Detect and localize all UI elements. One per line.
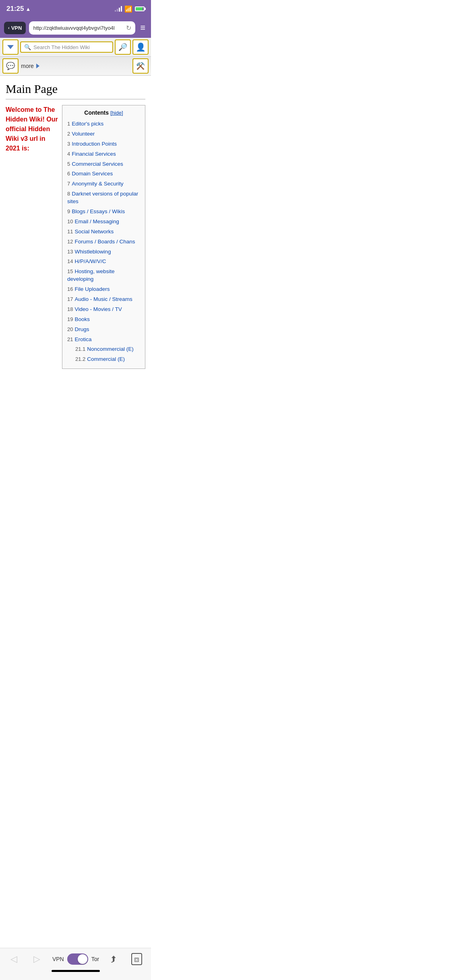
status-icons: 📶 (115, 5, 145, 13)
toc-title: Contents (84, 109, 109, 116)
toc-item: 14H/P/A/W/V/C (67, 257, 140, 267)
toc-link[interactable]: File Uploaders (74, 286, 110, 292)
toc-link[interactable]: Anonymity & Security (72, 181, 123, 187)
toc-item: 8Darknet versions of popular sites (67, 189, 140, 207)
battery-icon (135, 6, 145, 11)
toc-list: 1Editor's picks2Volunteer3Introduction P… (67, 119, 140, 364)
edit-button[interactable]: 💬 (2, 58, 19, 74)
toc-box: Contents [hide] 1Editor's picks2Voluntee… (62, 105, 145, 369)
page-title: Main Page (6, 82, 145, 96)
toc-link[interactable]: Books (74, 316, 90, 322)
toc-item: 5Commercial Services (67, 159, 140, 169)
toc-item: 12Forums / Boards / Chans (67, 237, 140, 247)
toc-link[interactable]: Domain Services (72, 171, 113, 177)
more-link[interactable]: more (21, 63, 39, 69)
chevron-left-icon: ‹ (8, 25, 10, 30)
toc-link[interactable]: Social Networks (74, 229, 114, 235)
toc-link[interactable]: Hosting, website developing (67, 268, 115, 282)
page-content: Main Page Welcome to The Hidden Wiki! Ou… (0, 76, 151, 375)
toc-link[interactable]: Erotica (74, 336, 91, 342)
toc-item: 21.2Commercial (E) (67, 354, 140, 364)
toc-link[interactable]: Darknet versions of popular sites (67, 191, 138, 204)
status-bar: 21:25 ▲ 📶 (0, 0, 151, 18)
search-settings-button[interactable]: 🔎 (115, 39, 131, 55)
search-bar[interactable]: 🔍 Search The Hidden Wiki (20, 41, 113, 53)
reload-icon[interactable]: ↻ (126, 24, 131, 32)
toc-item: 11Social Networks (67, 227, 140, 237)
search-icon: 🔍 (24, 44, 31, 50)
signal-icon (115, 6, 122, 12)
toc-link[interactable]: Video - Movies / TV (74, 306, 122, 312)
toc-link[interactable]: Noncommercial (E) (87, 346, 134, 352)
edit-icon: 💬 (6, 62, 15, 70)
toc-link[interactable]: Introduction Points (72, 141, 117, 147)
menu-button[interactable]: ≡ (139, 21, 147, 35)
toc-item: 1Editor's picks (67, 119, 140, 129)
toc-item: 13Whistleblowing (67, 247, 140, 257)
toc-item: 17Audio - Music / Streams (67, 294, 140, 305)
user-button[interactable]: 👤 (132, 39, 149, 55)
search-placeholder: Search The Hidden Wiki (33, 44, 109, 50)
toc-item: 7Anonymity & Security (67, 179, 140, 189)
clock: 21:25 (6, 5, 24, 13)
toc-item: 6Domain Services (67, 169, 140, 179)
more-arrow-icon (36, 64, 39, 68)
toc-item: 18Video - Movies / TV (67, 305, 140, 315)
toc-item: 4Financial Services (67, 149, 140, 159)
toc-link[interactable]: Commercial Services (72, 161, 123, 167)
toc-item: 3Introduction Points (67, 139, 140, 149)
toc-link[interactable]: Forums / Boards / Chans (74, 239, 135, 245)
toc-hide-link[interactable]: [hide] (110, 110, 123, 116)
content-row: Welcome to The Hidden Wiki! Our official… (6, 105, 145, 369)
title-divider (6, 99, 145, 99)
tools-button[interactable]: ⚒️ (132, 58, 149, 74)
search-gear-icon: 🔎 (118, 43, 127, 51)
toc-item: 9Blogs / Essays / Wikis (67, 207, 140, 217)
dropdown-button[interactable] (2, 39, 19, 55)
tools-icon: ⚒️ (136, 62, 145, 70)
welcome-text: Welcome to The Hidden Wiki! Our official… (6, 105, 58, 153)
toc-link[interactable]: H/P/A/W/V/C (74, 258, 106, 264)
toc-item: 21Erotica (67, 335, 140, 345)
toc-item: 19Books (67, 315, 140, 325)
wifi-icon: 📶 (124, 5, 132, 13)
toc-link[interactable]: Editor's picks (72, 121, 103, 127)
toc-item: 20Drugs (67, 325, 140, 335)
url-bar[interactable]: http://zqktlwiuavvvqqt4ybvgvi7tyo4l ↻ (29, 21, 135, 35)
vpn-button[interactable]: ‹ VPN (4, 22, 26, 34)
toc-header: Contents [hide] (67, 109, 140, 116)
browser-bar: ‹ VPN http://zqktlwiuavvvqqt4ybvgvi7tyo4… (0, 18, 151, 38)
toc-item: 15Hosting, website developing (67, 267, 140, 284)
toc-item: 21.1Noncommercial (E) (67, 344, 140, 354)
toc-link[interactable]: Commercial (E) (87, 356, 125, 362)
url-text: http://zqktlwiuavvvqqt4ybvgvi7tyo4l (33, 25, 124, 31)
toc-link[interactable]: Volunteer (72, 131, 95, 137)
hamburger-icon: ≡ (140, 23, 145, 33)
location-arrow-icon: ▲ (25, 6, 31, 12)
toc-link[interactable]: Email / Messaging (74, 218, 119, 224)
more-label: more (21, 63, 34, 69)
toolbar-row-2: 💬 more ⚒️ (0, 57, 151, 76)
status-time: 21:25 ▲ (6, 5, 31, 13)
toc-link[interactable]: Audio - Music / Streams (74, 296, 132, 302)
toc-item: 10Email / Messaging (67, 217, 140, 227)
vpn-label: VPN (11, 25, 22, 31)
toc-link[interactable]: Financial Services (72, 151, 116, 157)
toc-item: 2Volunteer (67, 129, 140, 139)
dropdown-arrow-icon (7, 45, 14, 49)
user-icon: 👤 (136, 42, 146, 52)
toc-link[interactable]: Whistleblowing (74, 249, 111, 255)
toc-item: 16File Uploaders (67, 284, 140, 294)
toc-link[interactable]: Drugs (74, 326, 89, 332)
toolbar-row-1: 🔍 Search The Hidden Wiki 🔎 👤 (0, 38, 151, 57)
toc-link[interactable]: Blogs / Essays / Wikis (72, 208, 125, 214)
